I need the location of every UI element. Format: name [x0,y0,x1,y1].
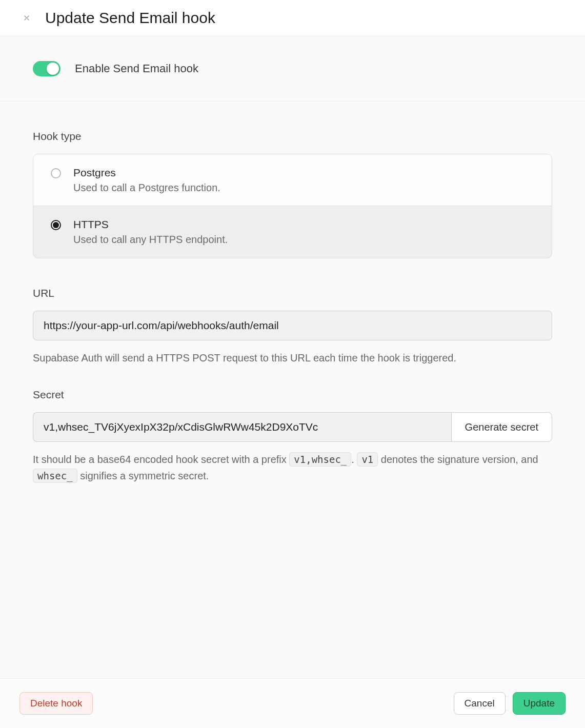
enable-section: Enable Send Email hook [0,36,585,102]
hook-option-text: Postgres Used to call a Postgres functio… [73,167,220,194]
url-field-group: URL Supabase Auth will send a HTTPS POST… [33,287,552,366]
radio-postgres [51,168,61,178]
hook-option-https[interactable]: HTTPS Used to call any HTTPS endpoint. [33,206,552,258]
update-button[interactable]: Update [513,692,566,715]
radio-https [51,220,61,230]
hook-option-postgres[interactable]: Postgres Used to call a Postgres functio… [33,154,552,206]
enable-label: Enable Send Email hook [75,62,198,75]
code-pill-whsec: whsec_ [33,469,77,483]
close-button[interactable] [21,12,33,24]
secret-label: Secret [33,389,552,401]
hook-option-title: HTTPS [73,218,228,231]
modal-title: Update Send Email hook [45,9,215,27]
url-help-text: Supabase Auth will send a HTTPS POST req… [33,350,552,366]
hook-option-description: Used to call any HTTPS endpoint. [73,234,228,246]
hook-type-group: Postgres Used to call a Postgres functio… [33,154,552,258]
cancel-button[interactable]: Cancel [454,692,506,715]
secret-help-prefix: It should be a base64 encoded hook secre… [33,454,289,465]
modal-header: Update Send Email hook [0,0,585,36]
code-pill-v1: v1 [357,452,378,467]
secret-row: Generate secret [33,412,552,442]
secret-help-mid2: denotes the signature version, and [381,454,538,465]
modal-footer: Delete hook Cancel Update [0,678,585,728]
url-input[interactable] [33,311,552,340]
delete-hook-button[interactable]: Delete hook [19,692,93,715]
generate-secret-button[interactable]: Generate secret [451,412,552,442]
secret-input[interactable] [33,412,451,442]
hook-option-title: Postgres [73,167,220,179]
hook-option-text: HTTPS Used to call any HTTPS endpoint. [73,218,228,246]
form-body: Hook type Postgres Used to call a Postgr… [0,102,585,678]
close-icon [23,14,31,22]
hook-option-description: Used to call a Postgres function. [73,182,220,194]
toggle-knob [47,63,59,75]
code-pill-prefix: v1,whsec_ [289,452,351,467]
secret-help-text: It should be a base64 encoded hook secre… [33,451,552,484]
url-label: URL [33,287,552,299]
footer-right: Cancel Update [454,692,566,715]
secret-help-mid1: . [351,454,357,465]
hook-type-label: Hook type [33,130,552,143]
enable-toggle[interactable] [33,61,60,76]
secret-help-suffix: signifies a symmetric secret. [80,470,209,481]
secret-field-group: Secret Generate secret It should be a ba… [33,389,552,484]
update-hook-modal: Update Send Email hook Enable Send Email… [0,0,585,728]
